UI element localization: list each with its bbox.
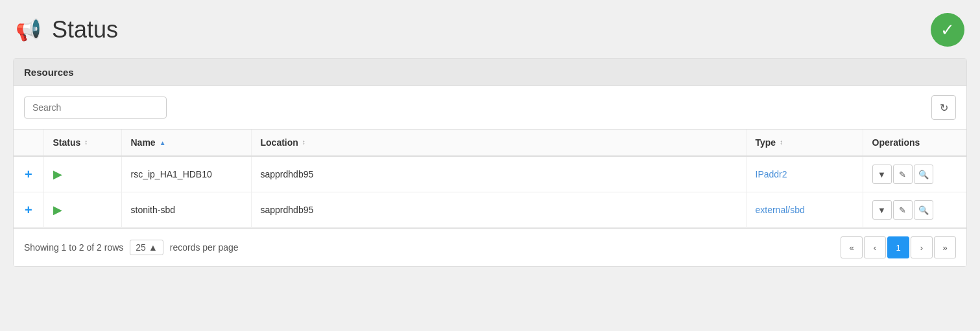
th-name[interactable]: Name ▲ bbox=[121, 130, 251, 156]
showing-text: Showing 1 to 2 of 2 rows bbox=[24, 242, 123, 253]
cell-name: rsc_ip_HA1_HDB10 bbox=[121, 156, 251, 192]
sort-status-icon: ↕ bbox=[84, 139, 88, 146]
page-1-button[interactable]: 1 bbox=[887, 236, 909, 258]
cell-operations: ▼ ✎ 🔍 bbox=[863, 192, 966, 228]
ops-search-button[interactable]: 🔍 bbox=[914, 200, 933, 220]
type-link[interactable]: IPaddr2 bbox=[756, 169, 787, 179]
pagination: « ‹ 1 › » bbox=[841, 236, 956, 258]
title-area: 📢 Status bbox=[16, 16, 118, 43]
page-header: 📢 Status ✓ bbox=[13, 13, 967, 47]
section-label: Resources bbox=[24, 67, 74, 78]
card-footer: Showing 1 to 2 of 2 rows 25 ▲ records pe… bbox=[14, 228, 966, 266]
search-icon: 🔍 bbox=[918, 170, 929, 179]
ops-dropdown-button[interactable]: ▼ bbox=[872, 200, 892, 220]
cell-status: ▶ bbox=[43, 156, 121, 192]
th-operations: Operations bbox=[863, 130, 966, 156]
status-play-icon: ▶ bbox=[53, 203, 62, 216]
ops-edit-button[interactable]: ✎ bbox=[893, 165, 913, 184]
dropdown-icon: ▼ bbox=[878, 170, 886, 179]
page-first-button[interactable]: « bbox=[841, 236, 863, 258]
footer-info: Showing 1 to 2 of 2 rows 25 ▲ records pe… bbox=[24, 240, 239, 255]
refresh-icon: ↻ bbox=[940, 102, 948, 114]
sort-location-icon: ↕ bbox=[302, 139, 305, 146]
table-row: + ▶ rsc_ip_HA1_HDB10 sapprdhdb95 IPaddr2… bbox=[14, 156, 966, 192]
cell-operations: ▼ ✎ 🔍 bbox=[863, 156, 966, 192]
status-play-icon: ▶ bbox=[53, 168, 62, 181]
sort-name-icon: ▲ bbox=[160, 139, 166, 146]
th-location[interactable]: Location ↕ bbox=[251, 130, 746, 156]
search-input[interactable] bbox=[24, 97, 167, 119]
per-page-value: 25 bbox=[136, 242, 146, 253]
cell-expand[interactable]: + bbox=[14, 156, 43, 192]
search-icon: 🔍 bbox=[918, 205, 929, 215]
status-ok-badge: ✓ bbox=[931, 13, 964, 47]
edit-icon: ✎ bbox=[899, 170, 906, 179]
records-per-page-label: records per page bbox=[170, 242, 239, 253]
page-prev-button[interactable]: ‹ bbox=[864, 236, 886, 258]
expand-plus-icon[interactable]: + bbox=[25, 167, 32, 181]
table-row: + ▶ stonith-sbd sapprdhdb95 external/sbd… bbox=[14, 192, 966, 228]
checkmark-icon: ✓ bbox=[940, 20, 955, 40]
expand-plus-icon[interactable]: + bbox=[25, 203, 32, 217]
page-next-button[interactable]: › bbox=[911, 236, 933, 258]
ops-group: ▼ ✎ 🔍 bbox=[872, 165, 958, 184]
per-page-arrow: ▲ bbox=[149, 242, 158, 253]
ops-edit-button[interactable]: ✎ bbox=[893, 200, 913, 220]
ops-group: ▼ ✎ 🔍 bbox=[872, 200, 958, 220]
cell-name: stonith-sbd bbox=[121, 192, 251, 228]
per-page-selector[interactable]: 25 ▲ bbox=[130, 240, 163, 255]
cell-expand[interactable]: + bbox=[14, 192, 43, 228]
table-header-row: Status ↕ Name ▲ Location ↕ bbox=[14, 130, 966, 156]
page-last-button[interactable]: » bbox=[934, 236, 956, 258]
cell-type: external/sbd bbox=[746, 192, 863, 228]
card-header: Resources bbox=[14, 59, 966, 86]
ops-dropdown-button[interactable]: ▼ bbox=[872, 165, 892, 184]
resources-table: Status ↕ Name ▲ Location ↕ bbox=[14, 130, 966, 228]
toolbar: ↻ bbox=[14, 86, 966, 130]
megaphone-icon: 📢 bbox=[16, 17, 42, 42]
page-title: Status bbox=[52, 16, 118, 43]
cell-status: ▶ bbox=[43, 192, 121, 228]
sort-type-icon: ↕ bbox=[780, 139, 783, 146]
ops-search-button[interactable]: 🔍 bbox=[914, 165, 933, 184]
edit-icon: ✎ bbox=[899, 205, 906, 215]
cell-type: IPaddr2 bbox=[746, 156, 863, 192]
cell-location: sapprdhdb95 bbox=[251, 192, 746, 228]
refresh-button[interactable]: ↻ bbox=[931, 95, 956, 120]
resources-card: Resources ↻ Status ↕ Name ▲ bbox=[13, 58, 967, 267]
th-type[interactable]: Type ↕ bbox=[746, 130, 863, 156]
cell-location: sapprdhdb95 bbox=[251, 156, 746, 192]
th-expand bbox=[14, 130, 43, 156]
type-link[interactable]: external/sbd bbox=[756, 205, 805, 215]
dropdown-icon: ▼ bbox=[878, 205, 886, 215]
th-status[interactable]: Status ↕ bbox=[43, 130, 121, 156]
